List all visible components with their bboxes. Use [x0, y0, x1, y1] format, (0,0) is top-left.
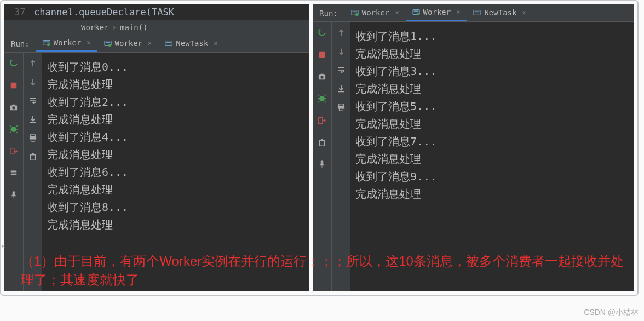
- run-config-icon: [104, 39, 112, 47]
- stop-icon[interactable]: [8, 80, 19, 91]
- scroll-to-end-icon[interactable]: [27, 114, 38, 125]
- console-output[interactable]: 收到了消息1... 完成消息处理 收到了消息3... 完成消息处理 收到了消息5…: [350, 22, 634, 291]
- pin-icon[interactable]: [317, 159, 327, 170]
- rerun-icon[interactable]: [317, 27, 327, 38]
- tab-worker-2[interactable]: Worker ×: [97, 35, 159, 52]
- svg-point-26: [416, 13, 419, 15]
- run-gutter-primary: [4, 53, 23, 291]
- print-icon[interactable]: [27, 133, 38, 144]
- ide-panel-right: Run: Worker × Worker × NewTask ×: [313, 4, 634, 291]
- run-gutter-secondary: [331, 22, 350, 291]
- svg-point-11: [12, 106, 15, 109]
- run-config-icon: [412, 8, 420, 16]
- svg-rect-14: [10, 148, 14, 154]
- tab-label: Worker: [362, 8, 390, 17]
- exit-icon[interactable]: [8, 146, 19, 157]
- debug-icon[interactable]: [317, 93, 327, 104]
- console-line: 收到了消息3...: [355, 62, 634, 80]
- stop-icon[interactable]: [317, 49, 327, 60]
- console-line: 收到了消息8...: [47, 198, 309, 216]
- tab-worker-1[interactable]: Worker ×: [36, 35, 97, 52]
- console-line: 完成消息处理: [47, 111, 309, 128]
- svg-rect-4: [105, 42, 110, 43]
- layout-icon[interactable]: [8, 168, 19, 179]
- rerun-icon[interactable]: [8, 58, 19, 69]
- console-line: 收到了消息1...: [355, 27, 634, 45]
- run-config-icon: [473, 9, 481, 16]
- svg-rect-12: [12, 105, 15, 106]
- svg-rect-6: [165, 41, 172, 45]
- close-icon[interactable]: ×: [148, 39, 152, 47]
- print-icon[interactable]: [336, 102, 347, 113]
- trash-icon[interactable]: [27, 151, 38, 162]
- console-line: 收到了消息6...: [47, 163, 309, 181]
- wrap-icon[interactable]: [27, 95, 38, 106]
- console-line: 完成消息处理: [355, 185, 634, 203]
- svg-point-23: [355, 13, 358, 15]
- console-line: 完成消息处理: [47, 146, 309, 163]
- run-config-icon: [43, 39, 50, 47]
- console-line: 完成消息处理: [355, 115, 634, 133]
- close-icon[interactable]: ×: [395, 9, 399, 16]
- tab-label: NewTask: [176, 39, 208, 48]
- breadcrumb: Worker › main(): [4, 20, 309, 35]
- svg-rect-35: [319, 118, 323, 124]
- wrap-icon[interactable]: [336, 65, 347, 76]
- up-arrow-icon[interactable]: [336, 27, 347, 38]
- run-tabs-bar: Run: Worker × Worker × NewTask ×: [4, 35, 309, 53]
- scroll-to-end-icon[interactable]: [336, 83, 347, 94]
- svg-rect-22: [352, 11, 357, 12]
- camera-icon[interactable]: [8, 102, 19, 113]
- close-icon[interactable]: ×: [87, 39, 90, 47]
- tabs: Worker × Worker × NewTask ×: [36, 35, 225, 52]
- debug-icon[interactable]: [8, 124, 19, 135]
- console-line: 收到了消息2...: [47, 93, 309, 111]
- camera-icon[interactable]: [317, 71, 327, 82]
- run-body: 收到了消息1... 完成消息处理 收到了消息3... 完成消息处理 收到了消息5…: [313, 22, 634, 291]
- console-line: 完成消息处理: [47, 76, 309, 93]
- tab-newtask[interactable]: NewTask ×: [467, 4, 532, 21]
- svg-marker-8: [10, 60, 13, 62]
- run-label: Run:: [4, 39, 36, 48]
- tab-worker-1[interactable]: Worker ×: [344, 4, 406, 21]
- tab-newtask[interactable]: NewTask ×: [158, 35, 224, 52]
- svg-rect-20: [30, 155, 35, 160]
- down-arrow-icon[interactable]: [27, 77, 38, 88]
- tab-label: Worker: [54, 38, 82, 47]
- up-arrow-icon[interactable]: [27, 58, 38, 69]
- svg-point-5: [108, 43, 111, 46]
- svg-rect-17: [30, 135, 35, 137]
- svg-rect-28: [475, 11, 480, 12]
- close-icon[interactable]: ×: [522, 9, 526, 16]
- console-line: 收到了消息9...: [355, 168, 634, 185]
- svg-rect-7: [166, 42, 171, 43]
- svg-rect-16: [11, 174, 17, 175]
- breadcrumb-item[interactable]: Worker: [81, 23, 109, 32]
- console-line: 完成消息处理: [47, 181, 309, 198]
- breadcrumb-item[interactable]: main(): [120, 23, 148, 32]
- svg-rect-1: [44, 41, 49, 42]
- code-text: channel.queueDeclare(TASK: [34, 7, 174, 18]
- svg-rect-9: [11, 83, 17, 89]
- ide-panel-left: 37 channel.queueDeclare(TASK Worker › ma…: [4, 4, 309, 291]
- run-label: Run:: [313, 9, 344, 18]
- svg-rect-27: [474, 10, 480, 15]
- tab-worker-2[interactable]: Worker ×: [406, 4, 467, 21]
- console-line: 收到了消息5...: [355, 98, 634, 115]
- annotation-text: （1）由于目前，有两个Worker实例在并行的运行；；；所以，这10条消息，被多…: [21, 252, 634, 289]
- svg-marker-29: [319, 29, 321, 32]
- console-line: 完成消息处理: [355, 80, 634, 98]
- console-line: 收到了消息0...: [47, 58, 309, 76]
- trash-icon[interactable]: [317, 137, 327, 148]
- down-arrow-icon[interactable]: [336, 46, 347, 57]
- tab-label: NewTask: [484, 8, 516, 17]
- close-icon[interactable]: ×: [456, 8, 460, 16]
- svg-rect-37: [338, 104, 343, 106]
- svg-rect-36: [320, 141, 325, 146]
- tabs: Worker × Worker × NewTask ×: [344, 4, 533, 21]
- pin-icon[interactable]: [8, 190, 19, 200]
- svg-point-2: [47, 43, 50, 46]
- run-config-icon: [351, 9, 359, 16]
- close-icon[interactable]: ×: [214, 39, 217, 47]
- exit-icon[interactable]: [317, 115, 327, 126]
